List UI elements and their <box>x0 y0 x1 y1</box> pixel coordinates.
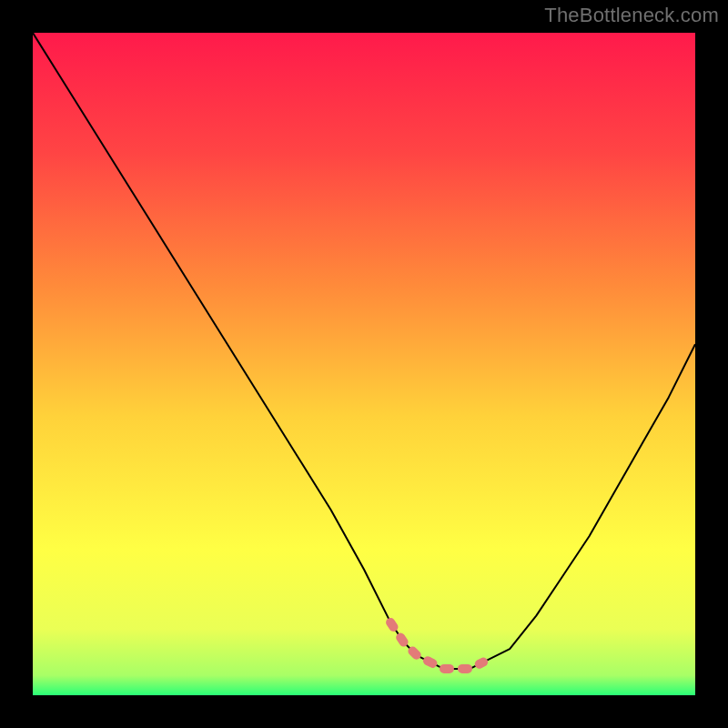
attribution-text: TheBottleneck.com <box>544 4 719 27</box>
plot-svg <box>33 33 695 695</box>
chart-canvas: TheBottleneck.com <box>0 0 728 728</box>
plot-area <box>33 33 695 695</box>
gradient-background <box>33 33 695 695</box>
